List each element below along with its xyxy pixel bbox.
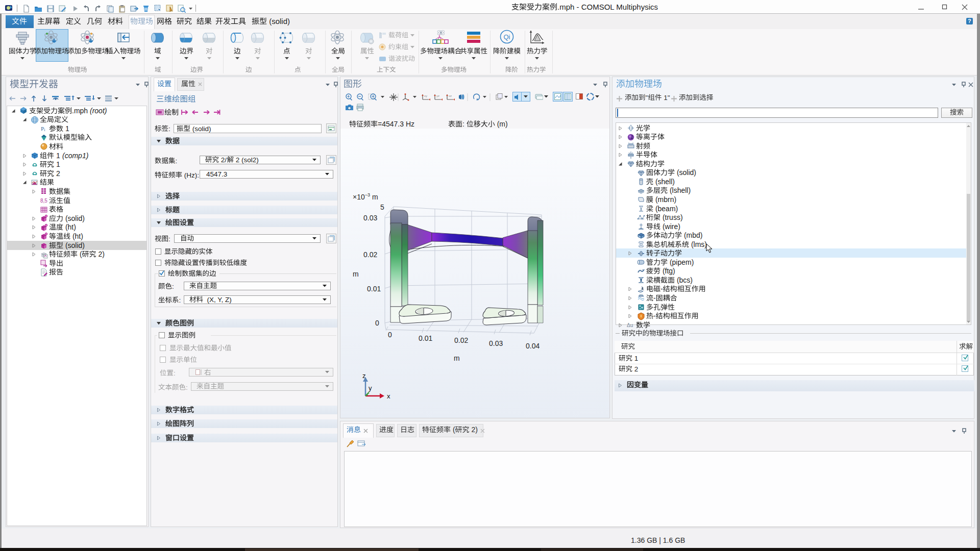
- svg-text::: :: [179, 296, 181, 304]
- svg-text:(lms): (lms): [689, 240, 707, 248]
- svg-text::: :: [168, 235, 170, 243]
- svg-text:1: 1: [54, 160, 60, 168]
- svg-text::: :: [462, 120, 467, 128]
- svg-text:(solid): (solid): [675, 168, 696, 177]
- svg-text::: :: [168, 125, 170, 133]
- svg-text:1: 1: [54, 152, 62, 160]
- svg-text:yz: yz: [436, 94, 439, 97]
- svg-text::: :: [172, 283, 174, 290]
- svg-text:(solid): (solid): [63, 241, 85, 249]
- svg-text:z: z: [362, 373, 366, 380]
- svg-text:y: y: [369, 384, 372, 392]
- svg-text:2: 2: [54, 169, 60, 178]
- svg-text:(ht): (ht): [70, 232, 83, 240]
- svg-text:(mbrn): (mbrn): [653, 195, 676, 204]
- svg-text:": ": [646, 94, 648, 102]
- svg-text:(shell): (shell): [653, 178, 675, 186]
- svg-text:(solid): (solid): [190, 125, 211, 133]
- svg-text:xz: xz: [449, 94, 452, 97]
- svg-text:-: -: [660, 285, 663, 293]
- svg-text:4547.3: 4547.3: [206, 170, 227, 178]
- svg-text:(wire): (wire): [660, 222, 680, 231]
- svg-text:1: 1: [63, 124, 69, 133]
- svg-text:(: (: [78, 250, 82, 258]
- svg-text:xy: xy: [424, 94, 427, 97]
- svg-text::: :: [174, 369, 176, 377]
- svg-text:(Hz):: (Hz):: [182, 171, 199, 179]
- svg-text:(mbd): (mbd): [682, 231, 702, 239]
- svg-text:(ftg): (ftg): [660, 267, 675, 275]
- svg-text:(pipem): (pipem): [668, 258, 694, 266]
- svg-text:(beam): (beam): [653, 205, 678, 213]
- svg-text:(ht): (ht): [63, 223, 76, 231]
- svg-text:2: 2: [632, 365, 638, 373]
- svg-text:(X, Y, Z): (X, Y, Z): [203, 296, 232, 304]
- svg-text:(bcs): (bcs): [675, 276, 693, 284]
- svg-text:x: x: [387, 392, 390, 400]
- svg-text:2): 2): [96, 250, 105, 258]
- svg-text:(solid): (solid): [63, 214, 85, 222]
- svg-text:(root): (root): [90, 107, 107, 115]
- svg-text:1: 1: [632, 355, 638, 362]
- svg-text:Pi: Pi: [41, 126, 45, 132]
- svg-text:(solid): (solid): [267, 17, 290, 26]
- svg-text:-: -: [653, 312, 656, 320]
- svg-text:(: (: [451, 425, 455, 434]
- svg-text:2 (sol2): 2 (sol2): [234, 156, 259, 164]
- svg-text:2/: 2/: [219, 156, 227, 164]
- svg-text:Δu: Δu: [627, 322, 633, 328]
- svg-text:(m): (m): [495, 120, 508, 128]
- svg-text:8,5: 8,5: [40, 198, 47, 204]
- svg-text:=4547.3 Hz: =4547.3 Hz: [378, 120, 414, 128]
- svg-text:-: -: [653, 294, 656, 302]
- svg-text:.mph: .mph: [72, 107, 90, 115]
- svg-text:1": 1": [662, 94, 670, 102]
- svg-text::: :: [176, 157, 178, 165]
- svg-text:(truss): (truss): [660, 213, 683, 221]
- svg-text:(lshell): (lshell): [668, 186, 691, 194]
- svg-text::: :: [186, 384, 188, 391]
- svg-text:Qi: Qi: [504, 33, 510, 41]
- svg-text:.mph - COMSOL Multiphysics: .mph - COMSOL Multiphysics: [557, 3, 658, 11]
- svg-text:2): 2): [470, 425, 478, 434]
- svg-text:(comp1): (comp1): [62, 152, 88, 160]
